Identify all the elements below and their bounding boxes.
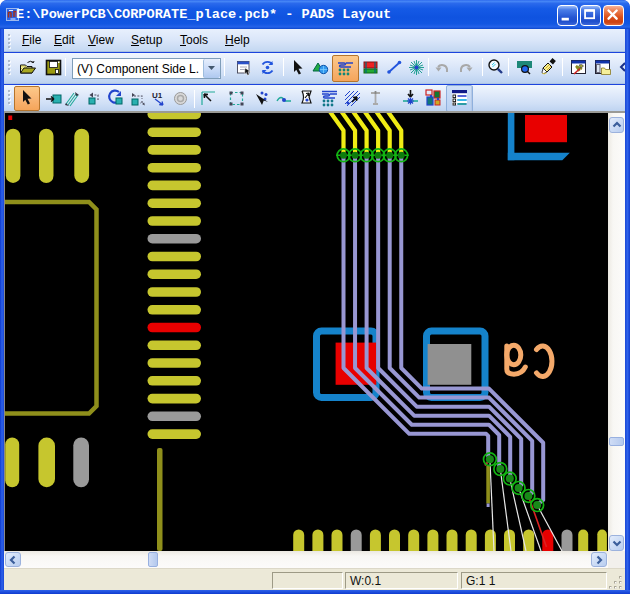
svg-text:U1: U1	[152, 91, 163, 100]
